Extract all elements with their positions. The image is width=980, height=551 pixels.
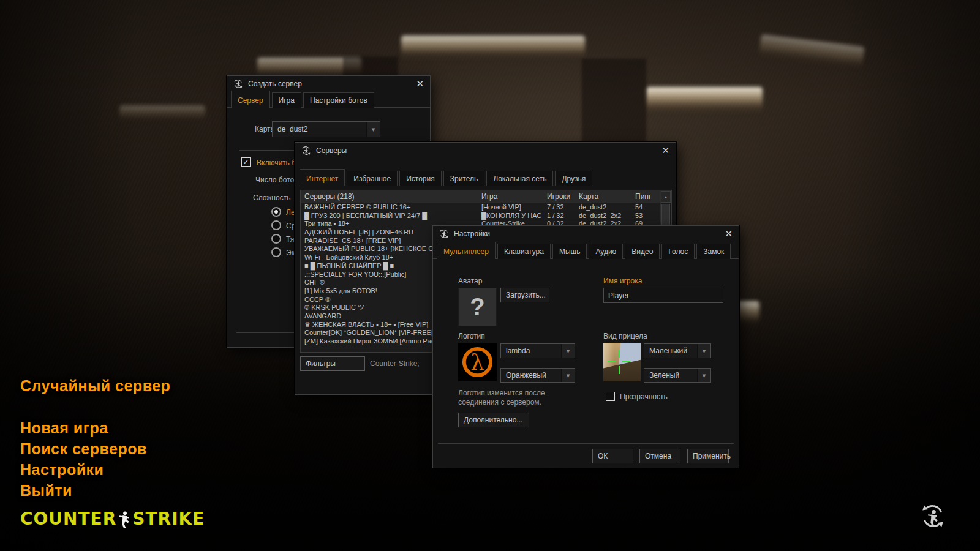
text-cursor [630,291,630,300]
map-dropdown[interactable]: de_dust2 ▾ [272,121,380,137]
tab-lan[interactable]: Локальная сеть [486,171,553,186]
close-icon[interactable]: ✕ [725,229,733,238]
difficulty-radio-easy[interactable] [271,207,281,217]
crosshair-right-line [622,361,630,362]
server-row[interactable]: ВАЖНЫЙ СЕРВЕР © PUBLIC 16+ [Ночной VIP] … [301,203,671,212]
close-icon[interactable]: ✕ [416,79,424,88]
tab-spectate[interactable]: Зритель [443,171,485,186]
tab-bot-settings[interactable]: Настройки ботов [303,92,374,108]
close-icon[interactable]: ✕ [662,146,669,155]
server-name-cell: ВАЖНЫЙ СЕРВЕР © PUBLIC 16+ [301,203,478,212]
cancel-button[interactable]: Отмена [639,449,680,463]
player-name-label: Имя игрока [603,277,642,285]
menu-item-find-servers[interactable]: Поиск серверов [20,440,147,458]
counter-strike-logo: COUNTER STRIKE [20,509,205,529]
tab-keyboard[interactable]: Клавиатура [497,244,551,259]
logo-counter-text: COUNTER [20,509,116,529]
tab-friends[interactable]: Друзья [555,171,592,186]
tab-audio[interactable]: Аудио [589,244,623,259]
avatar[interactable]: ? [458,288,497,326]
player-name-value: Player [608,291,629,300]
chevron-down-icon: ▾ [697,344,710,358]
transparency-label: Прозрачность [620,392,668,401]
server-name-cell: █ ГРУЗ 200 | БЕСПЛАТНЫЙ VIP 24/7 █ [301,212,478,220]
cs-emblem-icon [920,503,946,529]
server-map-cell: de_dust2 [575,203,631,212]
chevron-down-icon: ▾ [366,122,380,137]
cs-window-icon [439,229,449,239]
server-list-header: Серверы (218) Игра Игроки Карта Пинг [301,190,671,203]
window-title: Серверы [316,146,347,155]
tab-history[interactable]: История [399,171,442,186]
column-header-players[interactable]: Игроки [543,192,575,201]
chevron-down-icon: ▾ [697,369,710,382]
menu-item-quit[interactable]: Выйти [20,482,72,500]
lambda-glyph: λ [470,350,484,375]
crosshair-color-value: Зеленый [649,371,679,380]
transparency-checkbox[interactable] [606,392,615,401]
tab-mouse[interactable]: Мышь [552,244,587,259]
menu-item-settings[interactable]: Настройки [20,461,104,479]
scroll-up-icon[interactable]: ▲ [661,191,671,203]
player-name-input[interactable]: Player [603,288,723,303]
cs-window-icon [233,79,243,89]
difficulty-radio-expert[interactable] [271,247,281,257]
chevron-down-icon: ▾ [561,369,575,382]
crosshair-size-value: Маленький [649,347,687,355]
server-game-cell: [Ночной VIP] [478,203,543,212]
avatar-label: Аватар [458,277,482,285]
settings-titlebar[interactable]: Настройки [433,226,739,242]
crosshair-preview [603,343,641,381]
menu-item-new-game[interactable]: Новая игра [20,419,108,437]
tab-game[interactable]: Игра [272,92,301,108]
server-map-cell: de_dust2_2x2 [575,212,631,220]
server-players-cell: 1 / 32 [543,212,575,220]
tab-lock[interactable]: Замок [696,244,731,259]
map-dropdown-value: de_dust2 [277,125,307,133]
tab-favorites[interactable]: Избранное [347,171,398,186]
tab-video[interactable]: Видео [625,244,660,259]
crosshair-bottom-line [619,366,620,374]
tab-multiplayer[interactable]: Мультиплеер [437,242,496,259]
logo-strike-text: STRIKE [132,509,205,529]
logo-note-text: Логотип изменится после соединения с сер… [458,389,581,407]
column-header-game[interactable]: Игра [478,192,543,201]
ok-button[interactable]: ОК [592,449,633,463]
enable-bots-checkbox[interactable]: ✓ [241,157,251,167]
tab-server[interactable]: Сервер [231,91,270,108]
filter-criteria-text: Counter-Strike; [370,359,420,368]
settings-window: Настройки ✕ Мультиплеер Клавиатура Мышь … [432,225,739,468]
logo-dropdown-value: lambda [506,347,530,355]
column-header-map[interactable]: Карта [575,192,631,201]
crosshair-left-line [608,361,616,362]
server-ping-cell: 53 [631,212,660,220]
desktop: Случайный сервер Новая игра Поиск сервер… [0,0,980,551]
servers-titlebar[interactable]: Серверы [295,143,676,159]
difficulty-radio-hard[interactable] [271,234,281,244]
upload-avatar-button[interactable]: Загрузить... [500,288,549,302]
logo-dropdown[interactable]: lambda ▾ [500,343,575,358]
crosshair-color-dropdown[interactable]: Зеленый ▾ [644,368,711,383]
column-header-ping[interactable]: Пинг [631,192,660,201]
menu-item-random-server[interactable]: Случайный сервер [20,377,170,395]
chevron-down-icon: ▾ [561,344,575,358]
logo-color-dropdown[interactable]: Оранжевый ▾ [500,368,575,383]
server-row[interactable]: █ ГРУЗ 200 | БЕСПЛАТНЫЙ VIP 24/7 █ █КОНО… [301,212,671,220]
server-ping-cell: 54 [631,203,660,212]
logo-color-value: Оранжевый [506,371,546,380]
cs-window-icon [301,146,311,156]
crosshair-size-dropdown[interactable]: Маленький ▾ [644,343,711,358]
avatar-placeholder: ? [470,293,484,321]
tab-internet[interactable]: Интернет [300,169,345,186]
apply-button[interactable]: Применить [687,449,729,463]
tab-voice[interactable]: Голос [662,244,695,259]
difficulty-label: Сложность [253,193,290,202]
difficulty-radio-medium[interactable] [271,220,281,230]
column-header-servers[interactable]: Серверы (218) [301,192,478,201]
soldier-icon [118,511,131,528]
create-server-titlebar[interactable]: Создать сервер [227,76,430,92]
advanced-button[interactable]: Дополнительно... [458,413,529,427]
scrollbar-thumb[interactable] [662,204,670,227]
filters-button[interactable]: Фильтры [300,356,365,371]
crosshair-label: Вид прицела [603,332,647,340]
